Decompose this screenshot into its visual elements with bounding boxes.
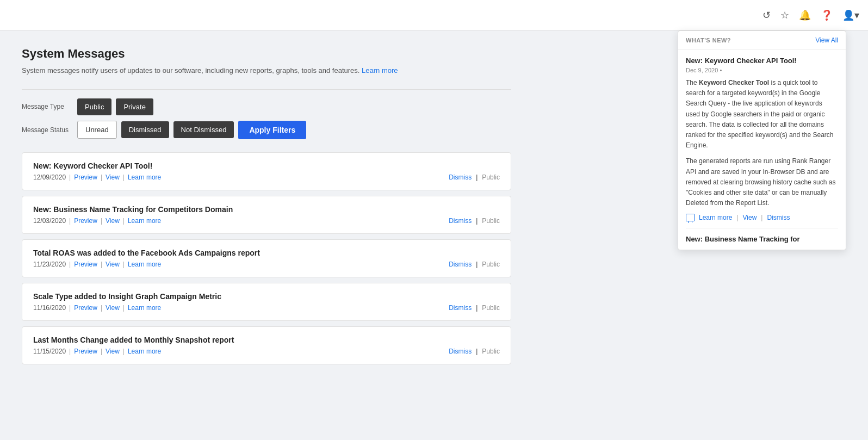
message-view-link-2[interactable]: View (106, 217, 120, 225)
message-learn-more-link-1[interactable]: Learn more (128, 173, 161, 181)
message-meta-right-4: Dismiss | Public (449, 304, 500, 312)
message-card-5: Last Months Change added to Monthly Snap… (22, 326, 511, 364)
message-badge-5: Public (482, 348, 500, 355)
message-meta-5: 11/15/2020 | Preview | View | Learn more… (33, 348, 500, 355)
page-subtitle-text: System messages notify users of updates … (22, 66, 359, 75)
message-card-3: Total ROAS was added to the Facebook Ads… (22, 239, 511, 277)
message-card-2: New: Business Name Tracking for Competit… (22, 196, 511, 234)
message-date-5: 11/15/2020 (33, 348, 66, 355)
page-subtitle: System messages notify users of updates … (22, 65, 511, 76)
filter-status-group: Message Status Unread Dismissed Not Dism… (22, 121, 511, 139)
whats-new-dismiss-link-1[interactable]: Dismiss (767, 214, 790, 221)
content-area: System Messages System messages notify u… (22, 47, 511, 364)
message-view-link-1[interactable]: View (106, 173, 120, 181)
message-date-3: 11/23/2020 (33, 261, 66, 268)
message-title-1: New: Keyword Checker API Tool! (33, 162, 500, 170)
message-title-3: Total ROAS was added to the Facebook Ads… (33, 249, 500, 257)
message-date-2: 12/03/2020 (33, 217, 66, 225)
topbar-icons: ↺ ☆ 🔔 ❓ 👤▾ (762, 9, 859, 21)
whats-new-panel: WHAT'S NEW? View All New: Keyword Checke… (678, 30, 846, 250)
whats-new-header: WHAT'S NEW? View All (678, 31, 846, 50)
message-date-4: 11/16/2020 (33, 304, 66, 312)
monitor-icon (686, 214, 695, 221)
whats-new-desc-1b: The generated reports are run using Rank… (686, 156, 838, 208)
message-badge-1: Public (482, 173, 500, 181)
messages-list: New: Keyword Checker API Tool! 12/09/202… (22, 152, 511, 364)
message-type-label: Message Type (22, 103, 71, 110)
message-dismiss-link-5[interactable]: Dismiss (449, 348, 472, 355)
message-dismiss-link-2[interactable]: Dismiss (449, 217, 472, 225)
message-dismiss-link-4[interactable]: Dismiss (449, 304, 472, 312)
message-learn-more-link-2[interactable]: Learn more (128, 217, 161, 225)
filter-not-dismissed-button[interactable]: Not Dismissed (173, 121, 234, 138)
message-learn-more-link-4[interactable]: Learn more (128, 304, 161, 312)
whats-new-title: WHAT'S NEW? (686, 37, 731, 44)
message-learn-more-link-3[interactable]: Learn more (128, 261, 161, 268)
page-header: System Messages System messages notify u… (22, 47, 511, 76)
message-title-4: Scale Type added to Insight Graph Campai… (33, 292, 500, 301)
message-view-link-4[interactable]: View (106, 304, 120, 312)
message-date-1: 12/09/2020 (33, 173, 66, 181)
message-title-5: Last Months Change added to Monthly Snap… (33, 336, 500, 344)
main-container: System Messages System messages notify u… (0, 30, 868, 381)
whats-new-actions-1: Learn more | View | Dismiss (686, 214, 838, 228)
page-learn-more-link[interactable]: Learn more (362, 66, 398, 75)
page-title: System Messages (22, 47, 511, 61)
message-view-link-5[interactable]: View (106, 348, 120, 355)
message-meta-4: 11/16/2020 | Preview | View | Learn more… (33, 304, 500, 312)
bell-icon[interactable]: 🔔 (799, 9, 811, 21)
message-dismiss-link-1[interactable]: Dismiss (449, 173, 472, 181)
message-preview-link-1[interactable]: Preview (74, 173, 97, 181)
whats-new-desc-1: The Keyword Checker Tool is a quick tool… (686, 78, 838, 151)
whats-new-body: New: Keyword Checker API Tool! Dec 9, 20… (678, 50, 846, 250)
filter-private-button[interactable]: Private (116, 98, 153, 115)
message-preview-link-4[interactable]: Preview (74, 304, 97, 312)
undo-icon[interactable]: ↺ (762, 9, 771, 21)
message-card-1: New: Keyword Checker API Tool! 12/09/202… (22, 152, 511, 190)
message-preview-link-2[interactable]: Preview (74, 217, 97, 225)
message-meta-left-3: 11/23/2020 | Preview | View | Learn more (33, 261, 161, 268)
message-badge-2: Public (482, 217, 500, 225)
star-icon[interactable]: ☆ (780, 9, 789, 21)
message-learn-more-link-5[interactable]: Learn more (128, 348, 161, 355)
message-meta-right-5: Dismiss | Public (449, 348, 500, 355)
topbar: ↺ ☆ 🔔 ❓ 👤▾ (0, 0, 868, 30)
message-meta-right-1: Dismiss | Public (449, 173, 500, 181)
message-meta-2: 12/03/2020 | Preview | View | Learn more… (33, 217, 500, 225)
message-meta-left-4: 11/16/2020 | Preview | View | Learn more (33, 304, 161, 312)
message-meta-right-3: Dismiss | Public (449, 261, 500, 268)
message-meta-left-5: 11/15/2020 | Preview | View | Learn more (33, 348, 161, 355)
message-preview-link-3[interactable]: Preview (74, 261, 97, 268)
whats-new-item-title-1: New: Keyword Checker API Tool! (686, 57, 838, 65)
message-meta-right-2: Dismiss | Public (449, 217, 500, 225)
message-view-link-3[interactable]: View (106, 261, 120, 268)
whats-new-date-1: Dec 9, 2020 • (686, 67, 838, 73)
whats-new-item-title-2: New: Business Name Tracking for (686, 235, 838, 243)
message-dismiss-link-3[interactable]: Dismiss (449, 261, 472, 268)
user-icon[interactable]: 👤▾ (842, 9, 859, 21)
filter-type-group: Message Type Public Private (22, 98, 511, 115)
help-icon[interactable]: ❓ (821, 9, 833, 21)
header-divider (22, 89, 511, 90)
message-meta-3: 11/23/2020 | Preview | View | Learn more… (33, 261, 500, 268)
message-meta-1: 12/09/2020 | Preview | View | Learn more… (33, 173, 500, 181)
filter-public-button[interactable]: Public (77, 98, 111, 115)
filter-dismissed-button[interactable]: Dismissed (121, 121, 169, 138)
message-meta-left-2: 12/03/2020 | Preview | View | Learn more (33, 217, 161, 225)
message-title-2: New: Business Name Tracking for Competit… (33, 205, 500, 214)
message-badge-4: Public (482, 304, 500, 312)
filter-unread-button[interactable]: Unread (77, 121, 117, 139)
view-all-link[interactable]: View All (815, 36, 838, 44)
message-status-label: Message Status (22, 126, 71, 134)
apply-filters-button[interactable]: Apply Filters (238, 121, 306, 139)
message-preview-link-5[interactable]: Preview (74, 348, 97, 355)
message-card-4: Scale Type added to Insight Graph Campai… (22, 283, 511, 321)
message-badge-3: Public (482, 261, 500, 268)
whats-new-learn-more-link-1[interactable]: Learn more (699, 214, 732, 221)
filter-section: Message Type Public Private Message Stat… (22, 98, 511, 139)
message-meta-left-1: 12/09/2020 | Preview | View | Learn more (33, 173, 161, 181)
whats-new-view-link-1[interactable]: View (743, 214, 757, 221)
